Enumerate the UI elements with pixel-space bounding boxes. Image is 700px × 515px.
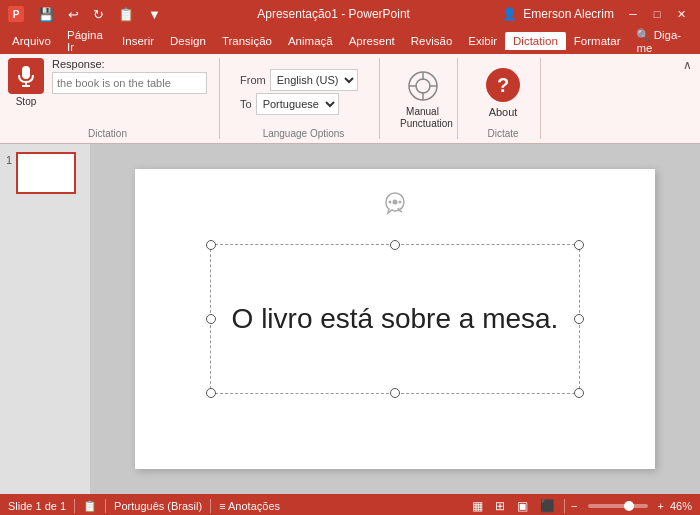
quick-access-toolbar: 💾 ↩ ↻ 📋 ▼: [34, 5, 165, 24]
to-label: To: [240, 98, 252, 110]
menu-bar: Arquivo Página Ir Inserir Design Transiç…: [0, 28, 700, 54]
dictation-group-content: Stop Response:: [8, 58, 207, 126]
view-grid-button[interactable]: ⊞: [492, 498, 508, 514]
status-left: Slide 1 de 1 📋 Português (Brasil) ≡ Anot…: [8, 499, 280, 513]
status-separator-2: [105, 499, 106, 513]
status-separator-3: [210, 499, 211, 513]
stop-label: Stop: [16, 96, 37, 107]
menu-animacao[interactable]: Animaçã: [280, 32, 341, 50]
zoom-thumb[interactable]: [624, 501, 634, 511]
handle-bottom-right[interactable]: [574, 388, 584, 398]
ribbon-group-language: From English (US) To Portuguese Language…: [240, 58, 380, 139]
present-button[interactable]: 📋: [114, 5, 138, 24]
undo-button[interactable]: ↩: [64, 5, 83, 24]
ribbon-group-about: ? About Dictate: [478, 58, 541, 139]
slide-thumbnail[interactable]: [16, 152, 76, 194]
zoom-plus[interactable]: +: [658, 500, 664, 512]
view-present-button[interactable]: ⬛: [537, 498, 558, 514]
status-separator-1: [74, 499, 75, 513]
user-info: 👤 Emerson Alecrim: [502, 7, 614, 21]
title-bar-left: P 💾 ↩ ↻ 📋 ▼: [8, 5, 165, 24]
handle-bottom-middle[interactable]: [390, 388, 400, 398]
menu-inserir[interactable]: Inserir: [114, 32, 162, 50]
window-title: Apresentação1 - PowerPoint: [165, 7, 502, 21]
minimize-button[interactable]: ─: [622, 4, 644, 24]
canvas-area: O livro está sobre a mesa.: [90, 144, 700, 494]
menu-arquivo[interactable]: Arquivo: [4, 32, 59, 50]
dictation-group-label: Dictation: [8, 128, 207, 139]
handle-top-middle[interactable]: [390, 240, 400, 250]
response-label: Response:: [52, 58, 207, 70]
menu-transicao[interactable]: Transição: [214, 32, 280, 50]
notes-button[interactable]: ≡ Anotações: [219, 500, 280, 512]
manual-punctuation-button[interactable]: ManualPunctuation: [400, 68, 445, 130]
user-name: Emerson Alecrim: [523, 7, 614, 21]
language-group-label: Language Options: [240, 128, 367, 139]
svg-point-11: [399, 201, 402, 204]
to-row: To Portuguese: [240, 93, 367, 115]
menu-exibir[interactable]: Exibir: [460, 32, 505, 50]
menu-dictation[interactable]: Dictation: [505, 32, 566, 50]
manual-punct-content: ManualPunctuation: [400, 58, 445, 139]
close-button[interactable]: ✕: [670, 4, 692, 24]
handle-middle-right[interactable]: [574, 314, 584, 324]
slide-thumbnail-row: 1: [6, 152, 84, 194]
slide-number: 1: [6, 154, 12, 166]
slide-info: Slide 1 de 1: [8, 500, 66, 512]
ribbon-group-manual-punct: ManualPunctuation: [400, 58, 458, 139]
svg-point-4: [416, 79, 430, 93]
slide-text: O livro está sobre a mesa.: [232, 303, 559, 335]
menu-search[interactable]: 🔍 Diga-me: [628, 25, 696, 57]
svg-point-10: [389, 201, 392, 204]
response-input[interactable]: [52, 72, 207, 94]
manual-punct-label: ManualPunctuation: [400, 106, 445, 130]
menu-apresent[interactable]: Apresent: [341, 32, 403, 50]
maximize-button[interactable]: □: [646, 4, 668, 24]
ribbon-collapse-area: ∧: [683, 58, 692, 139]
slide-canvas[interactable]: O livro está sobre a mesa.: [135, 169, 655, 469]
ribbon-collapse-button[interactable]: ∧: [683, 58, 692, 74]
language-rows: From English (US) To Portuguese: [240, 69, 367, 115]
view-normal-button[interactable]: ▦: [469, 498, 486, 514]
svg-rect-0: [22, 66, 30, 79]
handle-top-left[interactable]: [206, 240, 216, 250]
menu-pagina[interactable]: Página Ir: [59, 26, 114, 56]
view-reading-button[interactable]: ▣: [514, 498, 531, 514]
ribbon: Stop Response: Dictation From English (U…: [0, 54, 700, 144]
zoom-slider[interactable]: [588, 504, 648, 508]
handle-bottom-left[interactable]: [206, 388, 216, 398]
title-bar: P 💾 ↩ ↻ 📋 ▼ Apresentação1 - PowerPoint 👤…: [0, 0, 700, 28]
zoom-value: 46%: [670, 500, 692, 512]
to-language-select[interactable]: Portuguese: [256, 93, 339, 115]
stop-button[interactable]: Stop: [8, 58, 44, 107]
main-area: 1: [0, 144, 700, 494]
about-group-label: Dictate: [478, 128, 528, 139]
about-group-content: ? About: [478, 58, 528, 126]
handle-middle-left[interactable]: [206, 314, 216, 324]
language-group-content: From English (US) To Portuguese: [240, 58, 367, 126]
menu-revisao[interactable]: Revisão: [403, 32, 461, 50]
handle-top-right[interactable]: [574, 240, 584, 250]
save-button[interactable]: 💾: [34, 5, 58, 24]
ribbon-content: Stop Response: Dictation From English (U…: [0, 54, 700, 143]
ribbon-group-dictation: Stop Response: Dictation: [8, 58, 220, 139]
text-box[interactable]: O livro está sobre a mesa.: [210, 244, 580, 394]
app-icon: P: [8, 6, 24, 22]
about-icon: ?: [484, 66, 522, 104]
from-label: From: [240, 74, 266, 86]
dropdown-button[interactable]: ▼: [144, 5, 165, 24]
status-bar: Slide 1 de 1 📋 Português (Brasil) ≡ Anot…: [0, 494, 700, 515]
redo-button[interactable]: ↻: [89, 5, 108, 24]
about-question-icon: ?: [486, 68, 520, 102]
about-label: About: [489, 106, 518, 118]
menu-design[interactable]: Design: [162, 32, 214, 50]
slide-panel: 1: [0, 144, 90, 494]
from-language-select[interactable]: English (US): [270, 69, 358, 91]
language-indicator: Português (Brasil): [114, 500, 202, 512]
text-box-container[interactable]: O livro está sobre a mesa.: [210, 244, 580, 394]
dictation-cursor-icon: [381, 189, 409, 223]
about-button[interactable]: ? About: [478, 64, 528, 120]
menu-formatar[interactable]: Formatar: [566, 32, 629, 50]
zoom-minus[interactable]: −: [571, 500, 577, 512]
svg-point-9: [393, 200, 398, 205]
